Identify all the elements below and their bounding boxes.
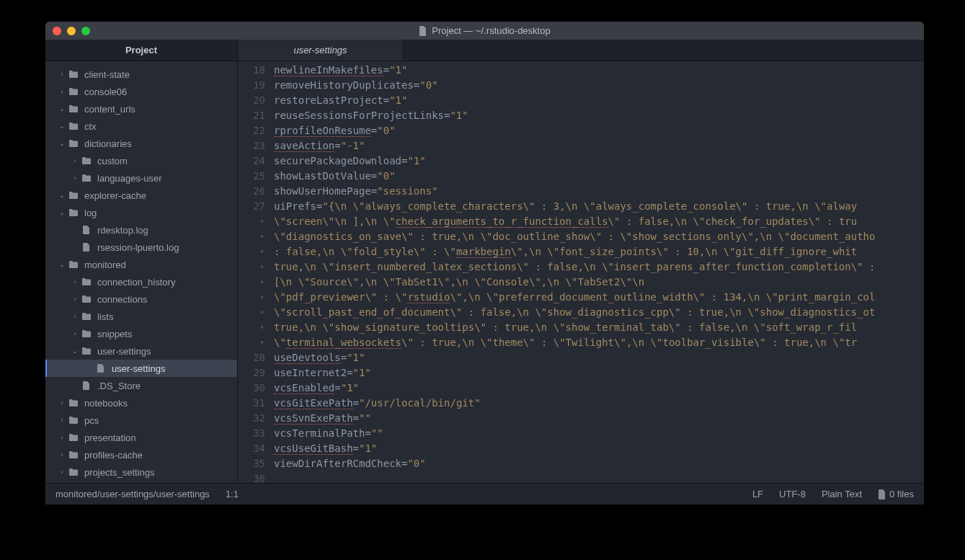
code-line[interactable]: \"screen\"\n ],\n \"check_arguments_to_r… — [274, 214, 924, 229]
chevron-right-icon[interactable]: › — [58, 399, 66, 406]
code-line[interactable]: saveAction="-1" — [274, 138, 924, 154]
file-tree[interactable]: ›client-state›console06⌄content_urls⌄ctx… — [45, 61, 237, 483]
line-number: • — [238, 214, 265, 229]
code-line[interactable]: uiPrefs="{\n \"always_complete_character… — [274, 199, 924, 214]
chevron-down-icon[interactable]: ⌄ — [58, 209, 66, 216]
tree-item-label: content_urls — [84, 104, 135, 115]
tree-item-label: ctx — [84, 121, 97, 132]
titlebar[interactable]: Project — ~/.rstudio-desktop — [45, 22, 924, 40]
code-line[interactable]: showLastDotValue="0" — [274, 169, 924, 184]
minimize-button[interactable] — [67, 27, 76, 35]
code-line[interactable]: useDevtools="1" — [274, 350, 924, 365]
chevron-right-icon[interactable]: › — [58, 434, 66, 441]
folder-connections[interactable]: ›connections — [45, 290, 237, 308]
code-line[interactable]: \"terminal_websockets\" : true,\n \"them… — [274, 335, 924, 350]
folder-lists[interactable]: ›lists — [45, 308, 237, 325]
close-button[interactable] — [53, 27, 61, 35]
folder-user-settings[interactable]: ⌄user-settings — [45, 342, 237, 360]
folder-projects-settings[interactable]: ›projects_settings — [45, 463, 237, 481]
status-grammar[interactable]: Plain Text — [822, 489, 862, 499]
code-line[interactable]: vcsSvnExePath="" — [274, 411, 924, 426]
file-rdesktop-log[interactable]: rdesktop.log — [45, 221, 237, 239]
folder-dictionaries[interactable]: ⌄dictionaries — [45, 135, 237, 152]
code-line[interactable]: reuseSessionsForProjectLinks="1" — [274, 108, 924, 123]
folder-explorer-cache[interactable]: ⌄explorer-cache — [45, 187, 237, 204]
line-number: • — [238, 259, 265, 275]
folder-languages-user[interactable]: ›languages-user — [45, 169, 237, 187]
sidebar-title[interactable]: Project — [45, 40, 237, 61]
code-line[interactable]: vcsEnabled="1" — [274, 381, 924, 396]
code-area[interactable]: 18192021222324252627•••••••••28293031323… — [238, 61, 924, 483]
folder-monitored[interactable]: ⌄monitored — [45, 256, 237, 273]
chevron-down-icon[interactable]: ⌄ — [58, 105, 66, 112]
folder-connection-history[interactable]: ›connection_history — [45, 273, 237, 290]
code-line[interactable]: restoreLastProject="1" — [274, 93, 924, 108]
code-line[interactable]: newlineInMakefiles="1" — [274, 63, 924, 78]
file-user-settings[interactable]: user-settings — [45, 360, 237, 377]
chevron-down-icon[interactable]: ⌄ — [58, 192, 66, 199]
folder-snippets[interactable]: ›snippets — [45, 325, 237, 342]
code-line[interactable]: vcsUseGitBash="1" — [274, 441, 924, 456]
chevron-down-icon[interactable]: ⌄ — [58, 261, 66, 268]
folder-pcs[interactable]: ›pcs — [45, 412, 237, 429]
code-line[interactable]: vcsTerminalPath="" — [274, 426, 924, 441]
chevron-down-icon[interactable]: ⌄ — [71, 347, 79, 355]
chevron-right-icon[interactable]: › — [71, 330, 79, 337]
chevron-right-icon[interactable]: › — [58, 88, 66, 95]
code-line[interactable]: showUserHomePage="sessions" — [274, 184, 924, 199]
status-path[interactable]: monitored/user-settings/user-settings — [55, 489, 210, 499]
code-line[interactable]: \"pdf_previewer\" : \"rstudio\",\n \"pre… — [274, 290, 924, 305]
folder-notebooks[interactable]: ›notebooks — [45, 394, 237, 412]
line-number: 23 — [238, 138, 265, 154]
chevron-right-icon[interactable]: › — [58, 468, 66, 476]
chevron-right-icon[interactable]: › — [71, 313, 79, 320]
tab-user-settings[interactable]: user-settings — [238, 40, 404, 61]
code-line[interactable]: \"diagnostics_on_save\" : true,\n \"doc_… — [274, 229, 924, 244]
code-lines[interactable]: newlineInMakefiles="1"removeHistoryDupli… — [274, 61, 924, 483]
folder-content-urls[interactable]: ⌄content_urls — [45, 100, 237, 117]
folder-icon — [68, 398, 79, 408]
status-files[interactable]: 0 files — [878, 489, 914, 499]
chevron-down-icon[interactable]: ⌄ — [58, 123, 66, 130]
line-number: • — [238, 305, 265, 320]
code-line[interactable]: useInternet2="1" — [274, 365, 924, 381]
tree-item-label: console06 — [84, 86, 127, 97]
folder-console06[interactable]: ›console06 — [45, 83, 237, 100]
editor-pane: user-settings 18192021222324252627••••••… — [238, 40, 924, 483]
chevron-right-icon[interactable]: › — [71, 174, 79, 182]
code-line[interactable]: rprofileOnResume="0" — [274, 123, 924, 138]
file-icon — [81, 381, 92, 391]
chevron-right-icon[interactable]: › — [58, 417, 66, 424]
status-encoding[interactable]: UTF-8 — [779, 489, 806, 499]
code-line[interactable]: : false,\n \"fold_style\" : \"markbegin\… — [274, 244, 924, 259]
code-line[interactable]: true,\n \"show_signature_tooltips\" : tr… — [274, 320, 924, 335]
folder-profiles-cache[interactable]: ›profiles-cache — [45, 446, 237, 463]
code-line[interactable]: [\n \"Source\",\n \"TabSet1\",\n \"Conso… — [274, 275, 924, 290]
folder-custom[interactable]: ›custom — [45, 152, 237, 169]
code-line[interactable]: removeHistoryDuplicates="0" — [274, 78, 924, 93]
code-line[interactable]: \"scroll_past_end_of_document\" : false,… — [274, 305, 924, 320]
code-line[interactable]: true,\n \"insert_numbered_latex_sections… — [274, 259, 924, 275]
folder-icon — [68, 86, 79, 97]
tree-item-label: projects_settings — [84, 467, 155, 478]
line-number: 26 — [238, 184, 265, 199]
folder-icon — [68, 104, 79, 114]
folder-log[interactable]: ⌄log — [45, 204, 237, 221]
status-line-ending[interactable]: LF — [752, 489, 763, 499]
chevron-right-icon[interactable]: › — [58, 451, 66, 458]
folder-client-state[interactable]: ›client-state — [45, 66, 237, 83]
code-line[interactable]: vcsGitExePath="/usr/local/bin/git" — [274, 396, 924, 411]
code-line[interactable]: viewDirAfterRCmdCheck="0" — [274, 456, 924, 471]
chevron-right-icon[interactable]: › — [71, 278, 79, 285]
file--ds-store[interactable]: .DS_Store — [45, 377, 237, 394]
code-line[interactable]: securePackageDownload="1" — [274, 154, 924, 169]
chevron-down-icon[interactable]: ⌄ — [58, 140, 66, 147]
status-cursor-position[interactable]: 1:1 — [226, 489, 239, 499]
maximize-button[interactable] — [81, 27, 90, 35]
chevron-right-icon[interactable]: › — [58, 71, 66, 78]
chevron-right-icon[interactable]: › — [71, 157, 79, 164]
chevron-right-icon[interactable]: › — [71, 295, 79, 303]
file-rsession-lpuerto-log[interactable]: rsession-lpuerto.log — [45, 239, 237, 256]
folder-ctx[interactable]: ⌄ctx — [45, 117, 237, 135]
folder-presentation[interactable]: ›presentation — [45, 429, 237, 446]
